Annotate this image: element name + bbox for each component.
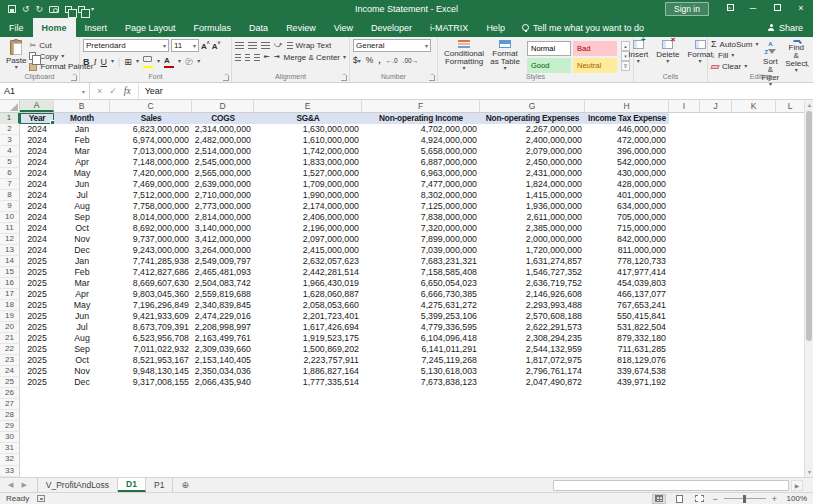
cell-B16[interactable]: Mar	[54, 278, 110, 289]
cell-A22[interactable]: 2025	[20, 344, 54, 355]
cell-B24[interactable]: Nov	[54, 366, 110, 377]
ribbon-tab-formulas[interactable]: Formulas	[185, 18, 241, 37]
cell-I14[interactable]	[669, 256, 700, 267]
row-header-11[interactable]: 11	[0, 223, 20, 234]
name-box[interactable]: A1 ▾	[0, 83, 90, 99]
cell-A1[interactable]: Year	[20, 113, 54, 124]
cell-H25[interactable]: 439,971,192	[585, 377, 669, 388]
row-header-4[interactable]: 4	[0, 146, 20, 157]
cell-F30[interactable]	[362, 432, 480, 443]
cell-I31[interactable]	[669, 443, 700, 454]
cell-J20[interactable]	[700, 322, 732, 333]
cell-J10[interactable]	[700, 212, 732, 223]
cell-F27[interactable]	[362, 399, 480, 410]
sheet-nav-right-icon[interactable]: ▶	[21, 481, 26, 489]
cell-L3[interactable]	[776, 135, 805, 146]
cell-H1[interactable]: Income Tax Expense	[585, 113, 669, 124]
row-header-10[interactable]: 10	[0, 212, 20, 223]
cell-B22[interactable]: Sep	[54, 344, 110, 355]
cell-C25[interactable]: 9,317,008,155	[110, 377, 192, 388]
cell-F15[interactable]: 7,158,585,408	[362, 267, 480, 278]
cell-I25[interactable]	[669, 377, 700, 388]
cell-L19[interactable]	[776, 311, 805, 322]
cell-J30[interactable]	[700, 432, 732, 443]
cell-D8[interactable]: 2,710,000,000	[192, 190, 254, 201]
cell-D9[interactable]: 2,773,000,000	[192, 201, 254, 212]
cell-L27[interactable]	[776, 399, 805, 410]
cell-H5[interactable]: 542,000,000	[585, 157, 669, 168]
cell-I7[interactable]	[669, 179, 700, 190]
cell-C12[interactable]: 9,737,000,000	[110, 234, 192, 245]
insert-function-icon[interactable]: fx	[124, 86, 131, 96]
row-header-21[interactable]: 21	[0, 333, 20, 344]
cell-D10[interactable]: 2,814,000,000	[192, 212, 254, 223]
cell-G25[interactable]: 2,047,490,872	[480, 377, 585, 388]
close-button[interactable]: ×	[789, 0, 813, 18]
cell-C29[interactable]	[110, 421, 192, 432]
increase-indent-icon[interactable]: ⇥	[274, 52, 280, 62]
cell-K24[interactable]	[732, 366, 776, 377]
cell-C8[interactable]: 7,512,000,000	[110, 190, 192, 201]
cell-B1[interactable]: Month	[54, 113, 110, 124]
cell-F33[interactable]	[362, 466, 480, 477]
cell-H31[interactable]	[585, 443, 669, 454]
align-center-icon[interactable]	[245, 54, 251, 61]
cell-C31[interactable]	[110, 443, 192, 454]
cell-E5[interactable]: 1,833,000,000	[254, 157, 362, 168]
cell-D30[interactable]	[192, 432, 254, 443]
row-header-8[interactable]: 8	[0, 190, 20, 201]
cell-J1[interactable]	[700, 113, 732, 124]
cell-D7[interactable]: 2,639,000,000	[192, 179, 254, 190]
scroll-down-icon[interactable]: ▼	[805, 467, 813, 477]
cell-E20[interactable]: 1,617,426,694	[254, 322, 362, 333]
cell-D19[interactable]: 2,474,229,016	[192, 311, 254, 322]
row-header-27[interactable]: 27	[0, 399, 20, 410]
cell-A20[interactable]: 2025	[20, 322, 54, 333]
cell-F4[interactable]: 5,658,000,000	[362, 146, 480, 157]
cell-E29[interactable]	[254, 421, 362, 432]
cell-C9[interactable]: 7,758,000,000	[110, 201, 192, 212]
cell-D29[interactable]	[192, 421, 254, 432]
zoom-out-icon[interactable]: −	[712, 495, 717, 503]
minimize-button[interactable]: ─	[741, 0, 765, 18]
cell-K6[interactable]	[732, 168, 776, 179]
cell-L13[interactable]	[776, 245, 805, 256]
cell-D15[interactable]: 2,465,481,093	[192, 267, 254, 278]
cell-I32[interactable]	[669, 454, 700, 465]
cell-G16[interactable]: 2,636,719,752	[480, 278, 585, 289]
cell-K33[interactable]	[732, 466, 776, 477]
cell-E11[interactable]: 2,196,000,000	[254, 223, 362, 234]
cell-C30[interactable]	[110, 432, 192, 443]
cell-style-bad[interactable]: Bad	[573, 41, 617, 56]
row-header-18[interactable]: 18	[0, 300, 20, 311]
cell-B14[interactable]: Jan	[54, 256, 110, 267]
cell-H26[interactable]	[585, 388, 669, 399]
cell-G9[interactable]: 1,936,000,000	[480, 201, 585, 212]
cell-F14[interactable]: 7,683,231,321	[362, 256, 480, 267]
cell-I15[interactable]	[669, 267, 700, 278]
cell-J25[interactable]	[700, 377, 732, 388]
cell-F11[interactable]: 7,320,000,000	[362, 223, 480, 234]
cell-D1[interactable]: COGS	[192, 113, 254, 124]
cell-J6[interactable]	[700, 168, 732, 179]
cell-B6[interactable]: May	[54, 168, 110, 179]
cell-I27[interactable]	[669, 399, 700, 410]
cell-A16[interactable]: 2025	[20, 278, 54, 289]
row-header-19[interactable]: 19	[0, 311, 20, 322]
align-bottom-icon[interactable]	[261, 42, 270, 49]
cell-L10[interactable]	[776, 212, 805, 223]
cell-F28[interactable]	[362, 410, 480, 421]
row-header-28[interactable]: 28	[0, 410, 20, 421]
cell-I18[interactable]	[669, 300, 700, 311]
cell-J19[interactable]	[700, 311, 732, 322]
cell-C27[interactable]	[110, 399, 192, 410]
alignment-dialog-launcher[interactable]	[341, 75, 347, 81]
cell-H11[interactable]: 715,000,000	[585, 223, 669, 234]
cell-L29[interactable]	[776, 421, 805, 432]
cell-L5[interactable]	[776, 157, 805, 168]
align-left-icon[interactable]	[235, 54, 241, 61]
cell-C5[interactable]: 7,148,000,000	[110, 157, 192, 168]
cell-F8[interactable]: 8,302,000,000	[362, 190, 480, 201]
cell-E21[interactable]: 1,919,523,175	[254, 333, 362, 344]
cell-L31[interactable]	[776, 443, 805, 454]
